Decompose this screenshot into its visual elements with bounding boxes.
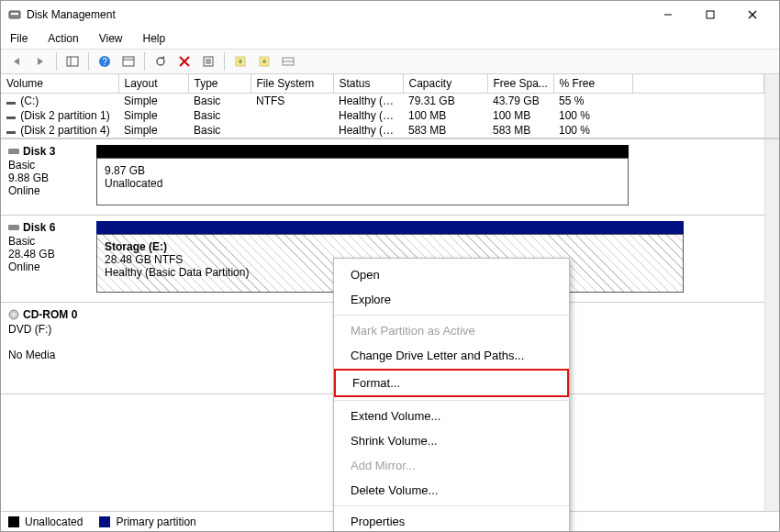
- col-capacity[interactable]: Capacity: [403, 74, 487, 94]
- ctx-format[interactable]: Format...: [336, 371, 567, 395]
- menubar: File Action View Help: [1, 28, 779, 49]
- disk3-unallocated-cap: [96, 145, 629, 158]
- back-button[interactable]: [6, 51, 27, 72]
- titlebar: Disk Management: [1, 1, 779, 28]
- col-volume[interactable]: Volume: [1, 74, 118, 94]
- ctx-mark-active: Mark Partition as Active: [334, 318, 569, 343]
- window-title: Disk Management: [27, 8, 116, 21]
- delete-button[interactable]: [174, 51, 195, 72]
- show-hide-button[interactable]: [62, 51, 83, 72]
- drive-icon: ▬: [6, 126, 16, 136]
- col-type[interactable]: Type: [188, 74, 251, 94]
- disk6-primary-cap: [96, 221, 684, 234]
- col-pct[interactable]: % Free: [553, 74, 632, 94]
- svg-rect-1: [11, 13, 18, 15]
- table-row[interactable]: ▬ (Disk 2 partition 1)SimpleBasicHealthy…: [1, 108, 764, 123]
- disk-management-window: Disk Management File Action View Help ?: [0, 0, 780, 532]
- ctx-delete-volume[interactable]: Delete Volume...: [334, 478, 569, 503]
- context-menu: Open Explore Mark Partition as Active Ch…: [333, 258, 570, 532]
- disk6-label[interactable]: Disk 6 Basic 28.48 GB Online: [1, 216, 93, 302]
- svg-rect-10: [123, 57, 134, 66]
- ctx-add-mirror: Add Mirror...: [334, 453, 569, 478]
- svg-rect-25: [8, 225, 19, 230]
- optical-icon: [8, 309, 19, 320]
- disk-icon: [8, 147, 19, 156]
- menu-view[interactable]: View: [95, 30, 127, 47]
- ctx-change-drive-letter[interactable]: Change Drive Letter and Paths...: [334, 343, 569, 368]
- ctx-shrink-volume[interactable]: Shrink Volume...: [334, 428, 569, 453]
- disk3-label[interactable]: Disk 3 Basic 9.88 GB Online: [1, 139, 93, 215]
- maximize-button[interactable]: [689, 1, 731, 28]
- svg-point-27: [13, 314, 16, 316]
- col-free[interactable]: Free Spa...: [487, 74, 553, 94]
- svg-point-21: [262, 60, 266, 63]
- forward-button[interactable]: [30, 51, 50, 72]
- col-status[interactable]: Status: [333, 74, 403, 94]
- close-button[interactable]: [731, 1, 774, 28]
- drive-icon: ▬: [6, 96, 16, 106]
- menu-file[interactable]: File: [6, 30, 31, 47]
- disk-row-disk3: Disk 3 Basic 9.88 GB Online 9.87 GB Unal…: [1, 139, 764, 216]
- toolbar: ?: [1, 49, 779, 74]
- col-layout[interactable]: Layout: [118, 74, 188, 94]
- svg-text:?: ?: [102, 57, 107, 67]
- svg-rect-3: [707, 11, 714, 18]
- ctx-properties[interactable]: Properties: [334, 509, 569, 532]
- action1-button[interactable]: [230, 51, 251, 72]
- legend-primary-swatch: [99, 516, 110, 527]
- help-button[interactable]: ?: [95, 51, 115, 72]
- volume-scrollbar[interactable]: [764, 74, 779, 138]
- menu-action[interactable]: Action: [44, 30, 82, 47]
- legend-unallocated-swatch: [8, 516, 19, 527]
- column-headers[interactable]: Volume Layout Type File System Status Ca…: [1, 74, 764, 94]
- refresh-button[interactable]: [150, 51, 171, 72]
- ctx-explore[interactable]: Explore: [334, 287, 569, 312]
- graphical-scrollbar[interactable]: [764, 139, 779, 511]
- menu-help[interactable]: Help: [139, 30, 170, 47]
- app-icon: [8, 8, 21, 21]
- disk3-partition[interactable]: 9.87 GB Unallocated: [96, 158, 629, 205]
- svg-rect-6: [67, 57, 78, 66]
- table-row[interactable]: ▬ (Disk 2 partition 4)SimpleBasicHealthy…: [1, 123, 764, 138]
- properties-button[interactable]: [198, 51, 218, 72]
- disk-icon: [8, 223, 19, 232]
- table-row[interactable]: ▬ (C:)SimpleBasicNTFSHealthy (B...79.31 …: [1, 94, 764, 109]
- cdrom-label[interactable]: CD-ROM 0 DVD (F:) No Media: [1, 303, 93, 393]
- volume-list: Volume Layout Type File System Status Ca…: [1, 74, 779, 139]
- col-fs[interactable]: File System: [251, 74, 333, 94]
- action3-button[interactable]: [278, 51, 298, 72]
- minimize-button[interactable]: [647, 1, 689, 28]
- drive-icon: ▬: [6, 111, 16, 121]
- settings-button[interactable]: [118, 51, 139, 72]
- ctx-extend-volume[interactable]: Extend Volume...: [334, 404, 569, 428]
- svg-point-12: [157, 58, 164, 65]
- ctx-open[interactable]: Open: [334, 262, 569, 287]
- svg-rect-24: [8, 149, 19, 154]
- action2-button[interactable]: [254, 51, 274, 72]
